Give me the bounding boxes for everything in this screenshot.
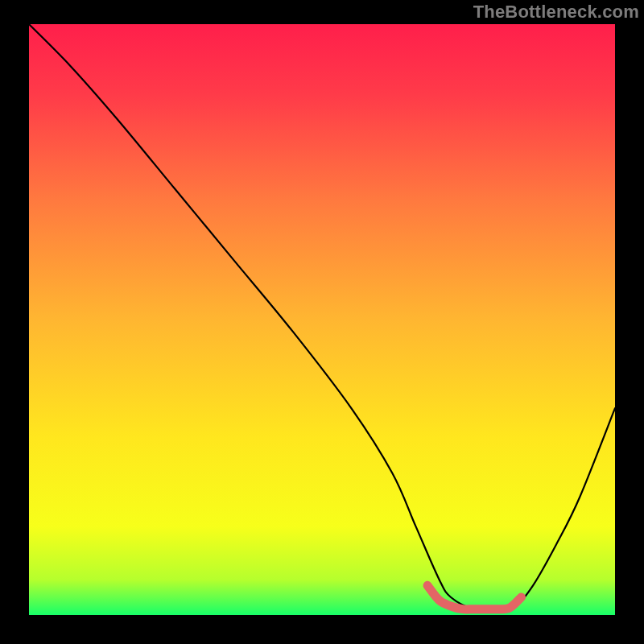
bottleneck-chart <box>0 0 644 644</box>
chart-frame: TheBottleneck.com <box>0 0 644 644</box>
plot-background <box>29 24 615 615</box>
